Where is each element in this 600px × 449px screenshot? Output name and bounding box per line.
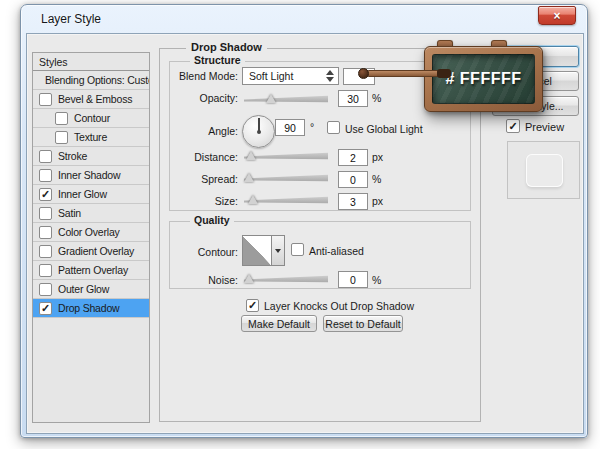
opacity-slider-track[interactable]: [244, 94, 328, 104]
close-button[interactable]: ×: [538, 6, 576, 25]
styles-header: Styles: [33, 53, 149, 71]
style-label: Inner Glow: [58, 188, 107, 200]
style-checkbox[interactable]: [39, 226, 52, 239]
structure-legend: Structure: [190, 54, 245, 66]
style-item-blending-options-custom[interactable]: Blending Options: Custom: [33, 71, 149, 90]
style-checkbox[interactable]: [55, 112, 68, 125]
size-label: Size:: [174, 195, 238, 207]
style-checkbox[interactable]: [39, 93, 52, 106]
spread-label: Spread:: [174, 173, 238, 185]
distance-slider-thumb[interactable]: [246, 151, 256, 160]
blend-mode-value: Soft Light: [243, 70, 293, 82]
distance-unit: px: [372, 151, 383, 163]
style-label: Texture: [74, 131, 107, 143]
spread-slider-track[interactable]: [244, 173, 328, 183]
style-label: Stroke: [58, 150, 87, 162]
blend-mode-select[interactable]: Soft Light: [242, 67, 339, 85]
angle-unit: °: [310, 121, 314, 133]
reset-default-label: Reset to Default: [325, 318, 400, 330]
style-item-satin[interactable]: Satin: [33, 204, 149, 223]
preview-label: Preview: [525, 121, 564, 133]
noise-unit: %: [372, 274, 381, 286]
page: Layer Style × Styles Blending Options: C…: [0, 0, 600, 449]
style-checkbox[interactable]: [39, 150, 52, 163]
style-checkbox[interactable]: [39, 207, 52, 220]
spread-unit: %: [372, 173, 381, 185]
style-label: Satin: [58, 207, 81, 219]
contour-dropdown-arrow-icon[interactable]: [272, 235, 285, 266]
opacity-input[interactable]: [338, 90, 368, 107]
chalkboard: # FFFFFF: [424, 46, 543, 112]
style-item-inner-glow[interactable]: ✓Inner Glow: [33, 185, 149, 204]
spread-slider[interactable]: [244, 173, 328, 183]
style-label: Bevel & Emboss: [58, 93, 132, 105]
style-checkbox[interactable]: ✓: [39, 302, 52, 315]
style-item-outer-glow[interactable]: Outer Glow: [33, 280, 149, 299]
size-slider[interactable]: [244, 195, 328, 205]
style-checkbox[interactable]: ✓: [39, 188, 52, 201]
noise-slider[interactable]: [244, 274, 328, 284]
panel-title: Drop Shadow: [186, 41, 267, 53]
opacity-label: Opacity:: [174, 92, 238, 104]
reset-default-button[interactable]: Reset to Default: [323, 315, 403, 332]
style-label: Inner Shadow: [58, 169, 120, 181]
style-checkbox[interactable]: [39, 245, 52, 258]
distance-slider-track[interactable]: [244, 151, 328, 161]
size-input[interactable]: [338, 193, 368, 210]
contour-label: Contour:: [174, 246, 238, 258]
preview-checkbox[interactable]: ✓: [506, 119, 520, 133]
opacity-slider-thumb[interactable]: [266, 94, 276, 103]
style-item-inner-shadow[interactable]: Inner Shadow: [33, 166, 149, 185]
angle-input[interactable]: [275, 119, 305, 136]
distance-label: Distance:: [174, 151, 238, 163]
style-item-contour[interactable]: Contour: [33, 109, 149, 128]
make-default-label: Make Default: [248, 318, 310, 330]
style-label: Color Overlay: [58, 226, 120, 238]
angle-dial[interactable]: [242, 115, 275, 148]
make-default-button[interactable]: Make Default: [241, 315, 317, 332]
contour-thumbnail[interactable]: [242, 235, 272, 266]
style-item-pattern-overlay[interactable]: Pattern Overlay: [33, 261, 149, 280]
spread-slider-thumb[interactable]: [244, 173, 254, 182]
noise-label: Noise:: [174, 274, 238, 286]
style-item-drop-shadow[interactable]: ✓Drop Shadow: [33, 299, 149, 318]
quality-legend: Quality: [190, 214, 234, 226]
pointer-stick-tip: [358, 68, 369, 79]
anti-aliased-label: Anti-aliased: [309, 245, 364, 257]
angle-hub: [257, 130, 261, 134]
preview-layer-shape: [526, 154, 563, 187]
distance-input[interactable]: [338, 149, 368, 166]
hex-color-text: # FFFFFF: [446, 70, 522, 88]
noise-slider-track[interactable]: [244, 274, 328, 284]
style-checkbox[interactable]: [39, 283, 52, 296]
use-global-light-label: Use Global Light: [345, 123, 423, 135]
blend-mode-spinner-icon: [326, 70, 334, 82]
noise-slider-thumb[interactable]: [244, 274, 254, 283]
style-label: Drop Shadow: [58, 302, 119, 314]
style-item-texture[interactable]: Texture: [33, 128, 149, 147]
pointer-stick-grip: [437, 69, 451, 78]
noise-input[interactable]: [338, 271, 368, 288]
chalkboard-surface: # FFFFFF: [432, 54, 535, 104]
style-checkbox[interactable]: [39, 169, 52, 182]
angle-label: Angle:: [174, 125, 238, 137]
distance-slider[interactable]: [244, 151, 328, 161]
style-label: Gradient Overlay: [58, 245, 134, 257]
knockout-checkbox[interactable]: ✓: [246, 299, 259, 312]
style-label: Pattern Overlay: [58, 264, 128, 276]
style-checkbox[interactable]: [55, 131, 68, 144]
style-item-bevel-emboss[interactable]: Bevel & Emboss: [33, 90, 149, 109]
style-checkbox[interactable]: [39, 264, 52, 277]
style-label: Blending Options: Custom: [45, 74, 150, 86]
use-global-light-checkbox[interactable]: [327, 121, 340, 134]
style-item-stroke[interactable]: Stroke: [33, 147, 149, 166]
styles-panel: Styles Blending Options: CustomBevel & E…: [32, 52, 150, 423]
opacity-slider[interactable]: [244, 94, 328, 104]
quality-group: Quality Contour: Anti-aliased Noise: %: [169, 221, 471, 289]
anti-aliased-checkbox[interactable]: [291, 243, 304, 256]
style-label: Contour: [74, 112, 110, 124]
style-item-gradient-overlay[interactable]: Gradient Overlay: [33, 242, 149, 261]
spread-input[interactable]: [338, 171, 368, 188]
size-slider-thumb[interactable]: [248, 195, 258, 204]
style-item-color-overlay[interactable]: Color Overlay: [33, 223, 149, 242]
